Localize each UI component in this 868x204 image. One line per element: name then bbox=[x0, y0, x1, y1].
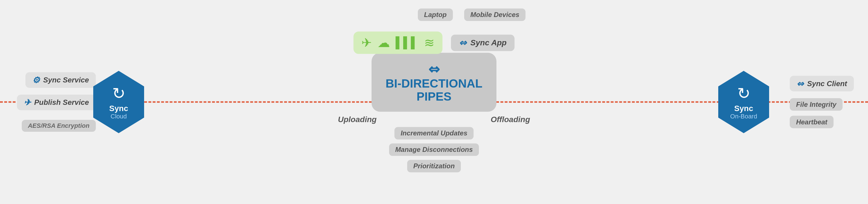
sync-cloud-shape: ↻ Sync Cloud bbox=[90, 71, 147, 133]
uploading-label: Uploading bbox=[338, 115, 377, 124]
connectivity-icons-zone: ✈ ☁ ▌▌▌ ≋ bbox=[353, 31, 442, 54]
sync-onboard-shape: ↻ Sync On-Board bbox=[715, 71, 772, 133]
sync-cloud-hex: ↻ Sync Cloud bbox=[90, 71, 147, 133]
sync-cloud-icon: ↻ bbox=[112, 84, 125, 103]
pipes-title-line1: BI-DIRECTIONAL bbox=[386, 77, 483, 90]
right-note-labels: File Integrity Heartbeat bbox=[790, 98, 843, 128]
wifi-icon: ≋ bbox=[424, 35, 435, 50]
encryption-label: AES/RSA Encryption bbox=[22, 120, 96, 132]
left-labels-section: ⚙ Sync Service ✈ Publish Service AES/RSA… bbox=[17, 72, 96, 132]
mobile-devices-label: Mobile Devices bbox=[464, 8, 526, 21]
sync-onboard-icon: ↻ bbox=[737, 84, 750, 103]
sync-client-pill: ⇔ Sync Client bbox=[790, 76, 854, 92]
publish-service-pill: ✈ Publish Service bbox=[17, 95, 96, 110]
sync-client-icon: ⇔ bbox=[797, 79, 804, 89]
sync-onboard-hex: ↻ Sync On-Board bbox=[715, 71, 772, 133]
pipes-title-line2: PIPES bbox=[386, 91, 483, 103]
prioritization-pill: Prioritization bbox=[407, 160, 461, 173]
sync-app-icon: ⇔ bbox=[459, 37, 466, 48]
laptop-label: Laptop bbox=[418, 8, 453, 21]
satellite-icon: ✈ bbox=[361, 35, 372, 50]
publish-service-label: Publish Service bbox=[34, 98, 89, 107]
diagram-container: ⚙ Sync Service ✈ Publish Service AES/RSA… bbox=[0, 0, 868, 204]
signal-icon: ▌▌▌ bbox=[396, 36, 418, 49]
bidirectional-pipes-box: ⇔ BI-DIRECTIONAL PIPES bbox=[372, 53, 497, 112]
right-labels-section: ⇔ Sync Client File Integrity Heartbeat bbox=[790, 76, 854, 128]
file-integrity-label: File Integrity bbox=[790, 98, 843, 111]
heartbeat-label: Heartbeat bbox=[790, 116, 834, 128]
manage-disconnections-pill: Manage Disconnections bbox=[389, 144, 479, 156]
sync-app-pill: ⇔ Sync App bbox=[451, 34, 515, 51]
center-section: ✈ ☁ ▌▌▌ ≋ ⇔ Sync App ⇔ BI-DIRECTIONAL PI… bbox=[335, 31, 533, 172]
sync-app-label: Sync App bbox=[470, 38, 507, 47]
sync-service-icon: ⚙ bbox=[32, 75, 40, 85]
sync-service-pill: ⚙ Sync Service bbox=[25, 72, 96, 88]
offloading-label: Offloading bbox=[491, 115, 530, 124]
sync-service-label: Sync Service bbox=[43, 76, 89, 84]
publish-service-icon: ✈ bbox=[24, 98, 31, 107]
cloud-icon: ☁ bbox=[377, 35, 390, 50]
device-labels-section: Laptop Mobile Devices bbox=[418, 8, 526, 21]
below-center-pills: Incremental Updates Manage Disconnection… bbox=[389, 127, 479, 173]
bidirectional-arrow: ⇔ bbox=[386, 61, 483, 77]
sync-client-label: Sync Client bbox=[807, 79, 847, 88]
incremental-updates-pill: Incremental Updates bbox=[395, 127, 473, 140]
